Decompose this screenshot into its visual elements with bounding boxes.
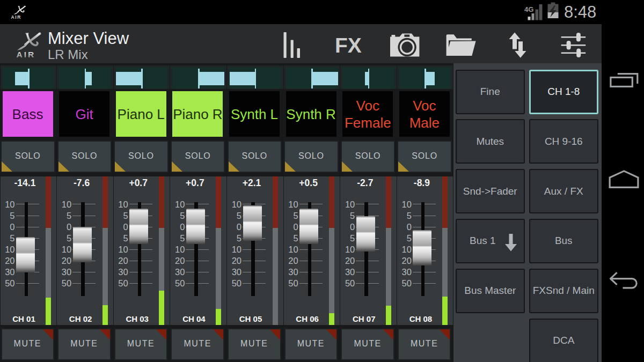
svg-text:FX: FX bbox=[335, 34, 362, 57]
svg-text:4G: 4G bbox=[524, 5, 533, 13]
svg-text:AIR: AIR bbox=[17, 50, 36, 59]
svg-text:AIR: AIR bbox=[11, 14, 21, 20]
